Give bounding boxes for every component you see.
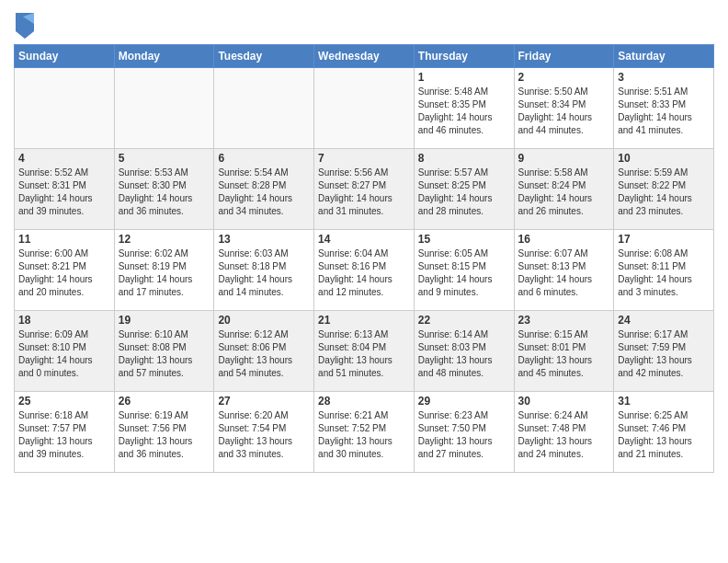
day-info: Sunrise: 6:23 AM Sunset: 7:50 PM Dayligh… — [418, 409, 510, 461]
day-cell-4: 4Sunrise: 5:52 AM Sunset: 8:31 PM Daylig… — [15, 149, 115, 230]
calendar-week-row-1: 1Sunrise: 5:48 AM Sunset: 8:35 PM Daylig… — [15, 68, 714, 149]
weekday-header-wednesday: Wednesday — [314, 45, 415, 68]
day-number: 13 — [218, 233, 310, 246]
day-number: 7 — [318, 152, 410, 165]
day-cell-11: 11Sunrise: 6:00 AM Sunset: 8:21 PM Dayli… — [15, 230, 115, 311]
day-cell-22: 22Sunrise: 6:14 AM Sunset: 8:03 PM Dayli… — [414, 311, 514, 392]
day-info: Sunrise: 6:17 AM Sunset: 7:59 PM Dayligh… — [618, 328, 710, 380]
day-cell-3: 3Sunrise: 5:51 AM Sunset: 8:33 PM Daylig… — [614, 68, 714, 149]
day-cell-2: 2Sunrise: 5:50 AM Sunset: 8:34 PM Daylig… — [514, 68, 614, 149]
day-number: 4 — [18, 152, 110, 165]
day-cell-8: 8Sunrise: 5:57 AM Sunset: 8:25 PM Daylig… — [414, 149, 514, 230]
day-info: Sunrise: 6:24 AM Sunset: 7:48 PM Dayligh… — [518, 409, 610, 461]
day-info: Sunrise: 6:20 AM Sunset: 7:54 PM Dayligh… — [218, 409, 310, 461]
day-info: Sunrise: 6:08 AM Sunset: 8:11 PM Dayligh… — [618, 247, 710, 299]
day-number: 27 — [218, 395, 310, 408]
day-number: 16 — [518, 233, 610, 246]
empty-cell — [114, 68, 214, 149]
day-number: 1 — [418, 71, 510, 84]
day-number: 21 — [318, 314, 410, 327]
weekday-header-sunday: Sunday — [15, 45, 115, 68]
calendar-table: SundayMondayTuesdayWednesdayThursdayFrid… — [14, 44, 714, 473]
day-cell-17: 17Sunrise: 6:08 AM Sunset: 8:11 PM Dayli… — [614, 230, 714, 311]
day-cell-30: 30Sunrise: 6:24 AM Sunset: 7:48 PM Dayli… — [514, 392, 614, 473]
day-info: Sunrise: 6:21 AM Sunset: 7:52 PM Dayligh… — [318, 409, 410, 461]
day-cell-21: 21Sunrise: 6:13 AM Sunset: 8:04 PM Dayli… — [314, 311, 415, 392]
day-number: 8 — [418, 152, 510, 165]
day-number: 12 — [119, 233, 210, 246]
empty-cell — [15, 68, 115, 149]
day-cell-15: 15Sunrise: 6:05 AM Sunset: 8:15 PM Dayli… — [414, 230, 514, 311]
day-cell-6: 6Sunrise: 5:54 AM Sunset: 8:28 PM Daylig… — [214, 149, 314, 230]
day-cell-12: 12Sunrise: 6:02 AM Sunset: 8:19 PM Dayli… — [114, 230, 214, 311]
day-info: Sunrise: 6:05 AM Sunset: 8:15 PM Dayligh… — [418, 247, 510, 299]
day-info: Sunrise: 5:57 AM Sunset: 8:25 PM Dayligh… — [418, 167, 510, 218]
calendar-week-row-5: 25Sunrise: 6:18 AM Sunset: 7:57 PM Dayli… — [15, 392, 714, 473]
day-info: Sunrise: 6:09 AM Sunset: 8:10 PM Dayligh… — [18, 328, 110, 380]
day-number: 31 — [618, 395, 710, 408]
day-number: 11 — [18, 233, 110, 246]
day-info: Sunrise: 6:19 AM Sunset: 7:56 PM Dayligh… — [119, 409, 210, 461]
page-header — [14, 9, 714, 39]
day-cell-19: 19Sunrise: 6:10 AM Sunset: 8:08 PM Dayli… — [114, 311, 214, 392]
day-cell-1: 1Sunrise: 5:48 AM Sunset: 8:35 PM Daylig… — [414, 68, 514, 149]
day-number: 29 — [418, 395, 510, 408]
weekday-header-row: SundayMondayTuesdayWednesdayThursdayFrid… — [15, 45, 714, 68]
empty-cell — [214, 68, 314, 149]
day-info: Sunrise: 5:48 AM Sunset: 8:35 PM Dayligh… — [418, 86, 510, 137]
day-cell-28: 28Sunrise: 6:21 AM Sunset: 7:52 PM Dayli… — [314, 392, 415, 473]
day-cell-27: 27Sunrise: 6:20 AM Sunset: 7:54 PM Dayli… — [214, 392, 314, 473]
day-cell-24: 24Sunrise: 6:17 AM Sunset: 7:59 PM Dayli… — [614, 311, 714, 392]
day-number: 6 — [218, 152, 310, 165]
weekday-header-tuesday: Tuesday — [214, 45, 314, 68]
calendar-week-row-3: 11Sunrise: 6:00 AM Sunset: 8:21 PM Dayli… — [15, 230, 714, 311]
day-number: 17 — [618, 233, 710, 246]
day-cell-18: 18Sunrise: 6:09 AM Sunset: 8:10 PM Dayli… — [15, 311, 115, 392]
day-number: 10 — [618, 152, 710, 165]
day-number: 30 — [518, 395, 610, 408]
day-number: 15 — [418, 233, 510, 246]
day-number: 14 — [318, 233, 410, 246]
day-cell-25: 25Sunrise: 6:18 AM Sunset: 7:57 PM Dayli… — [15, 392, 115, 473]
day-number: 23 — [518, 314, 610, 327]
day-info: Sunrise: 6:25 AM Sunset: 7:46 PM Dayligh… — [618, 409, 710, 461]
day-cell-16: 16Sunrise: 6:07 AM Sunset: 8:13 PM Dayli… — [514, 230, 614, 311]
day-info: Sunrise: 6:07 AM Sunset: 8:13 PM Dayligh… — [518, 247, 610, 299]
calendar-week-row-4: 18Sunrise: 6:09 AM Sunset: 8:10 PM Dayli… — [15, 311, 714, 392]
day-info: Sunrise: 5:51 AM Sunset: 8:33 PM Dayligh… — [618, 86, 710, 137]
day-info: Sunrise: 6:03 AM Sunset: 8:18 PM Dayligh… — [218, 247, 310, 299]
day-info: Sunrise: 5:50 AM Sunset: 8:34 PM Dayligh… — [518, 86, 610, 137]
day-number: 18 — [18, 314, 110, 327]
day-info: Sunrise: 6:14 AM Sunset: 8:03 PM Dayligh… — [418, 328, 510, 380]
weekday-header-monday: Monday — [114, 45, 214, 68]
day-info: Sunrise: 6:00 AM Sunset: 8:21 PM Dayligh… — [18, 247, 110, 299]
day-cell-26: 26Sunrise: 6:19 AM Sunset: 7:56 PM Dayli… — [114, 392, 214, 473]
day-info: Sunrise: 6:15 AM Sunset: 8:01 PM Dayligh… — [518, 328, 610, 380]
day-cell-31: 31Sunrise: 6:25 AM Sunset: 7:46 PM Dayli… — [614, 392, 714, 473]
day-info: Sunrise: 6:18 AM Sunset: 7:57 PM Dayligh… — [18, 409, 110, 461]
logo — [14, 13, 34, 39]
day-cell-7: 7Sunrise: 5:56 AM Sunset: 8:27 PM Daylig… — [314, 149, 415, 230]
day-info: Sunrise: 6:04 AM Sunset: 8:16 PM Dayligh… — [318, 247, 410, 299]
day-number: 25 — [18, 395, 110, 408]
day-number: 2 — [518, 71, 610, 84]
day-cell-14: 14Sunrise: 6:04 AM Sunset: 8:16 PM Dayli… — [314, 230, 415, 311]
calendar-week-row-2: 4Sunrise: 5:52 AM Sunset: 8:31 PM Daylig… — [15, 149, 714, 230]
day-cell-29: 29Sunrise: 6:23 AM Sunset: 7:50 PM Dayli… — [414, 392, 514, 473]
day-info: Sunrise: 6:12 AM Sunset: 8:06 PM Dayligh… — [218, 328, 310, 380]
day-cell-13: 13Sunrise: 6:03 AM Sunset: 8:18 PM Dayli… — [214, 230, 314, 311]
day-number: 26 — [119, 395, 210, 408]
empty-cell — [314, 68, 415, 149]
day-cell-23: 23Sunrise: 6:15 AM Sunset: 8:01 PM Dayli… — [514, 311, 614, 392]
day-number: 3 — [618, 71, 710, 84]
day-number: 19 — [119, 314, 210, 327]
day-info: Sunrise: 5:58 AM Sunset: 8:24 PM Dayligh… — [518, 167, 610, 218]
day-info: Sunrise: 5:54 AM Sunset: 8:28 PM Dayligh… — [218, 167, 310, 218]
day-number: 28 — [318, 395, 410, 408]
day-cell-5: 5Sunrise: 5:53 AM Sunset: 8:30 PM Daylig… — [114, 149, 214, 230]
day-info: Sunrise: 5:52 AM Sunset: 8:31 PM Dayligh… — [18, 167, 110, 218]
day-info: Sunrise: 5:56 AM Sunset: 8:27 PM Dayligh… — [318, 167, 410, 218]
day-info: Sunrise: 6:02 AM Sunset: 8:19 PM Dayligh… — [119, 247, 210, 299]
day-number: 20 — [218, 314, 310, 327]
day-info: Sunrise: 5:53 AM Sunset: 8:30 PM Dayligh… — [119, 167, 210, 218]
